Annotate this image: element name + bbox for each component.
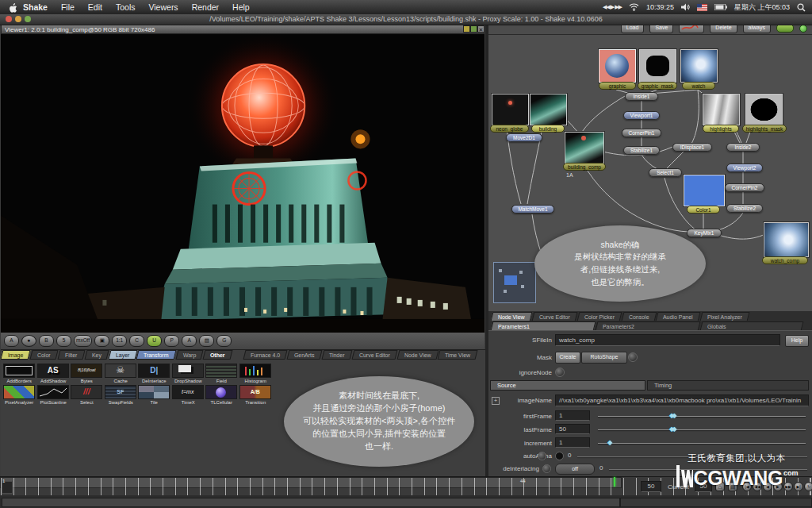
autoalpha-value[interactable]: 0 <box>568 452 571 459</box>
palette-item-cache[interactable]: ☠ Cache <box>104 363 138 384</box>
palette-item-tile[interactable]: Tile <box>137 384 171 406</box>
wifi-icon[interactable] <box>629 3 639 11</box>
timeline-scroll-right[interactable] <box>620 498 812 507</box>
autoalpha-toggle-b[interactable] <box>555 452 564 460</box>
play-button[interactable]: ▶ <box>773 482 783 491</box>
viewer-mxoff-button[interactable]: mxOff <box>74 335 92 347</box>
node-watch-label[interactable]: watch <box>682 82 715 90</box>
viewer-proxy-button[interactable]: P <box>164 335 179 347</box>
viewer-compare-mode-button[interactable]: C <box>129 335 144 347</box>
window-titlebar[interactable]: /Volumes/LEO/Training/shake/APTS Shake 3… <box>0 14 812 25</box>
viewer-rois-button[interactable]: ▨ <box>199 335 214 347</box>
tab-layer[interactable]: Layer <box>108 350 137 360</box>
node-cornerpin2[interactable]: CornerPin2 <box>725 183 764 192</box>
node-highlights-label[interactable]: highlights <box>703 125 739 133</box>
tab-color[interactable]: Color <box>30 350 59 360</box>
node-graphic-label[interactable]: graphic <box>599 82 636 90</box>
viewer-image[interactable] <box>1 34 485 333</box>
mask-toggle[interactable] <box>628 352 638 362</box>
menu-render[interactable]: Render <box>192 2 219 12</box>
tab-warp[interactable]: Warp <box>175 350 203 360</box>
timeline-out-field[interactable]: 50 <box>641 481 661 492</box>
lastframe-slider[interactable] <box>598 429 806 430</box>
tab-node-view[interactable]: Node View <box>396 350 439 360</box>
tab-timing[interactable]: Timing <box>647 380 809 391</box>
menu-shake[interactable]: Shake <box>23 2 48 12</box>
increment-value-field[interactable]: 1 <box>555 437 590 448</box>
node-inside1[interactable]: Inside1 <box>625 92 658 101</box>
node-highlights-mask-thumbnail[interactable] <box>745 94 783 125</box>
input-language-flag-icon[interactable] <box>697 4 707 11</box>
mask-rotoshape-dropdown[interactable]: RotoShape <box>581 352 627 364</box>
mask-create-button[interactable]: Create <box>555 352 580 364</box>
node-watch-comp-label[interactable]: watch_comp <box>762 256 808 264</box>
firstframe-slider-handle[interactable]: ◆◆ <box>669 413 674 419</box>
node-color1-thumbnail[interactable] <box>684 175 725 206</box>
menu-viewers[interactable]: Viewers <box>148 2 178 12</box>
apple-menu-icon[interactable] <box>8 2 17 13</box>
palette-item-tlcellular[interactable]: TLCellular <box>205 384 239 406</box>
menu-help[interactable]: Help <box>232 2 250 12</box>
viewer-autoplot-button[interactable]: A <box>182 335 197 347</box>
deinterlacing-toggle[interactable] <box>542 464 551 473</box>
tab-tinder[interactable]: Tinder <box>322 350 353 360</box>
viewer-sphere-button[interactable]: ● <box>21 335 36 347</box>
timeline-playhead[interactable] <box>614 477 615 487</box>
node-keymix1[interactable]: KeyMix1 <box>687 229 722 237</box>
node-building-comp-label[interactable]: building_comp <box>563 163 606 171</box>
palette-item-addborders[interactable]: AddBorders <box>2 363 36 384</box>
timeline-ruler[interactable]: 1 44 <box>0 477 622 488</box>
viewer-zoom-ratio-button[interactable]: 1:1 <box>112 335 127 347</box>
palette-item-deinterlace[interactable]: D| DeInterlace <box>137 363 171 384</box>
tab-furnace[interactable]: Furnace 4.0 <box>243 350 288 360</box>
sfilein-value-field[interactable]: watch_comp <box>555 334 780 346</box>
palette-item-pixelanalyzer[interactable]: PixelAnalyzer <box>2 384 36 406</box>
increment-slider[interactable] <box>598 443 806 444</box>
firstframe-slider[interactable] <box>598 416 806 417</box>
timeline-options-button[interactable]: ▤ <box>728 482 737 491</box>
ignorenode-toggle[interactable] <box>555 368 565 377</box>
deinterlacing-mode-dropdown[interactable]: off <box>555 464 595 475</box>
node-graph-canvas[interactable]: graphic graphic_mask watch neon_globe bu… <box>488 35 812 311</box>
node-building-comp-thumbnail[interactable] <box>565 132 604 164</box>
viewer-gamma-button[interactable]: G <box>216 335 232 347</box>
palette-item-timex[interactable]: t=mx TimeX <box>171 384 205 406</box>
imagename-value-field[interactable]: //\xa1\xb0yangke\xa1\xb1\xb3\xa4\xa1\xb0… <box>555 394 809 406</box>
node-move2d1[interactable]: Move2D1 <box>506 133 542 142</box>
close-window-button[interactable] <box>6 16 12 22</box>
tab-time-view[interactable]: Time View <box>438 350 478 360</box>
node-view-navigator[interactable] <box>493 262 536 303</box>
tab-other[interactable]: Other <box>203 350 233 360</box>
node-highlights-mask-label[interactable]: highlights_mask <box>742 125 787 133</box>
autoalpha-toggle-a[interactable] <box>538 452 546 460</box>
viewer-compare-icon[interactable] <box>470 25 477 33</box>
viewer-buffer-b-button[interactable]: B <box>39 335 54 347</box>
palette-item-select[interactable]: /// Select <box>70 384 104 406</box>
node-building-label[interactable]: building <box>531 125 565 133</box>
viewer-update-icon[interactable] <box>463 25 470 33</box>
node-neon-globe-label[interactable]: neon_globe <box>490 125 529 133</box>
go-start-button[interactable]: |◀ <box>742 482 752 491</box>
tab-image[interactable]: Image <box>1 350 31 360</box>
viewer-titlebar[interactable]: Viewer1: 2.0:1 building_comp@50 RGB 8bit… <box>1 25 485 34</box>
node-watch-comp-thumbnail[interactable] <box>764 222 809 257</box>
node-watch-thumbnail[interactable] <box>680 49 718 83</box>
node-stabilize1[interactable]: Stabilize1 <box>623 146 660 155</box>
minimize-window-button[interactable] <box>15 16 21 22</box>
viewer-channel-button[interactable]: 5 <box>56 335 71 347</box>
deinterlacing-value[interactable]: 0 <box>599 464 603 471</box>
palette-item-dropshadow[interactable]: DropShadow <box>171 363 205 384</box>
spotlight-search-icon[interactable] <box>797 3 806 12</box>
tab-genarts[interactable]: GenArts <box>287 350 323 360</box>
status-datetime[interactable]: 星期六 上午05:03 <box>734 2 790 13</box>
node-cornerpin1[interactable]: CornerPin1 <box>622 129 661 137</box>
menu-tools[interactable]: Tools <box>116 2 136 12</box>
viewer-buffer-a-button[interactable]: A <box>4 335 19 347</box>
node-building-thumbnail[interactable] <box>530 94 567 125</box>
node-matchmove1[interactable]: MatchMove1 <box>511 205 554 214</box>
volume-icon[interactable] <box>681 3 690 11</box>
palette-item-field[interactable]: Field <box>205 363 239 384</box>
palette-item-transition[interactable]: A/B Transition <box>239 384 273 406</box>
increment-slider-handle[interactable]: ◆ <box>607 440 610 446</box>
viewer-frame-button[interactable]: ▣ <box>94 335 109 347</box>
